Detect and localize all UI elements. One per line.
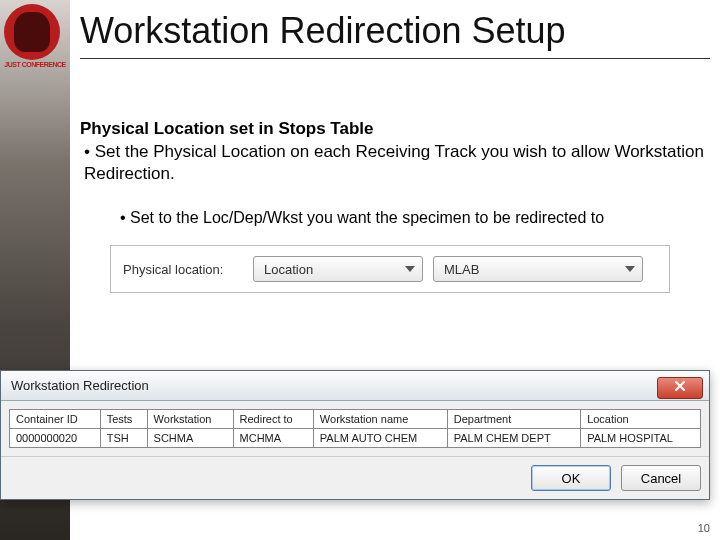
physical-location-field: Physical location: Location MLAB: [110, 245, 670, 293]
close-icon: [674, 380, 686, 395]
location-type-dropdown[interactable]: Location: [253, 256, 423, 282]
workstation-redirection-dialog: Workstation Redirection Container ID Tes…: [0, 370, 710, 500]
section-heading: Physical Location set in Stops Table: [80, 119, 710, 139]
cancel-button[interactable]: Cancel: [621, 465, 701, 491]
table-row[interactable]: 0000000020 TSH SCHMA MCHMA PALM AUTO CHE…: [10, 429, 701, 448]
chevron-down-icon: [624, 266, 636, 272]
physical-location-label: Physical location:: [123, 262, 243, 277]
col-location[interactable]: Location: [581, 410, 701, 429]
brand-logo: JUST CONFERENCE: [4, 4, 66, 66]
col-workstation[interactable]: Workstation: [147, 410, 233, 429]
page-number: 10: [698, 522, 710, 534]
close-button[interactable]: [657, 377, 703, 399]
col-container-id[interactable]: Container ID: [10, 410, 101, 429]
location-type-value: Location: [264, 262, 313, 277]
location-value: MLAB: [444, 262, 479, 277]
table-header-row: Container ID Tests Workstation Redirect …: [10, 410, 701, 429]
location-value-dropdown[interactable]: MLAB: [433, 256, 643, 282]
chevron-down-icon: [404, 266, 416, 272]
ok-button[interactable]: OK: [531, 465, 611, 491]
dialog-title: Workstation Redirection: [11, 378, 149, 393]
col-workstation-name[interactable]: Workstation name: [313, 410, 447, 429]
dialog-titlebar[interactable]: Workstation Redirection: [1, 371, 709, 401]
col-department[interactable]: Department: [447, 410, 580, 429]
bullet-sub: Set to the Loc/Dep/Wkst you want the spe…: [80, 209, 710, 227]
page-title: Workstation Redirection Setup: [80, 0, 710, 59]
col-redirect-to[interactable]: Redirect to: [233, 410, 313, 429]
col-tests[interactable]: Tests: [100, 410, 147, 429]
redirection-table: Container ID Tests Workstation Redirect …: [9, 409, 701, 448]
bullet-main: Set the Physical Location on each Receiv…: [80, 141, 710, 185]
